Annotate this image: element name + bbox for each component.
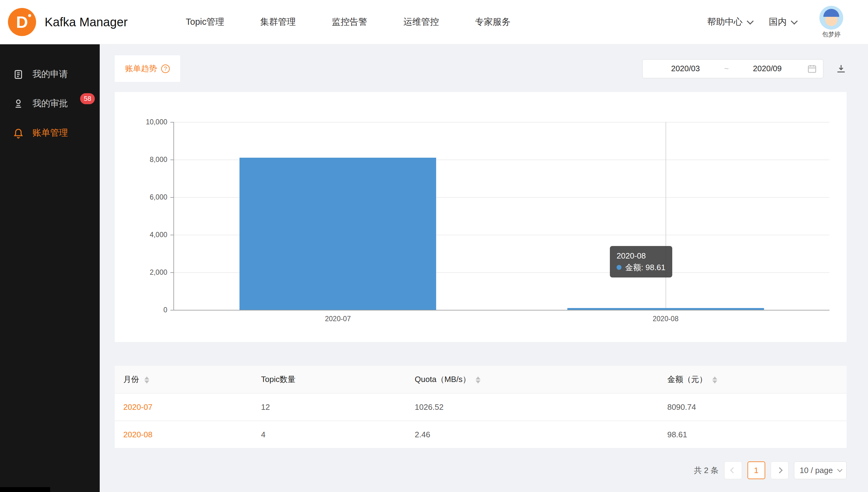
nav-ops-control[interactable]: 运维管控 [403, 16, 439, 28]
page-1-button[interactable]: 1 [748, 462, 765, 479]
bill-trend-chart-card: 10,000 8,000 6,000 4,000 2,000 0 2020-08… [115, 92, 847, 342]
chevron-right-icon [777, 467, 783, 473]
user-avatar [819, 6, 843, 30]
app-logo[interactable]: D [8, 8, 36, 36]
nav-topic-management[interactable]: Topic管理 [186, 16, 224, 28]
x-axis-label: 2020-07 [325, 315, 351, 323]
header-right: 帮助中心 国内 包梦婷 [707, 6, 850, 39]
amount-cell: 8090.74 [667, 393, 847, 421]
column-header-topic-count: Topic数量 [261, 366, 415, 393]
date-start-input[interactable]: 2020/03 [649, 64, 722, 73]
topic-count-cell: 4 [261, 421, 415, 448]
tooltip-value: 金额: 98.61 [625, 262, 665, 273]
x-axis-label: 2020-08 [653, 315, 678, 323]
sidebar-item-my-applications[interactable]: 我的申请 [0, 59, 100, 89]
stamp-icon [13, 98, 24, 109]
sort-icon[interactable] [476, 376, 480, 384]
date-range-picker[interactable]: 2020/03 ~ 2020/09 [642, 59, 823, 78]
date-separator: ~ [722, 64, 730, 73]
region-label: 国内 [769, 16, 787, 28]
amount-cell: 98.61 [667, 421, 847, 448]
region-menu[interactable]: 国内 [769, 16, 796, 28]
bar-chart-plot: 10,000 8,000 6,000 4,000 2,000 0 2020-08… [173, 122, 829, 311]
chevron-left-icon [730, 467, 736, 473]
help-question-icon[interactable]: ? [161, 65, 170, 73]
column-header-quota[interactable]: Quota（MB/s） [415, 366, 667, 393]
y-axis-label: 10,000 [146, 118, 167, 126]
total-count: 共 2 条 [694, 465, 719, 476]
chart-tooltip: 2020-08 金额: 98.61 [610, 246, 672, 277]
month-link[interactable]: 2020-08 [123, 430, 152, 439]
top-header: D Kafka Manager Topic管理 集群管理 监控告警 运维管控 专… [0, 0, 868, 44]
app-title: Kafka Manager [45, 15, 127, 29]
chevron-down-icon [747, 18, 754, 25]
table-row: 2020-08 4 2.46 98.61 [115, 421, 847, 448]
calendar-icon [807, 64, 817, 74]
tooltip-crosshair-line [665, 122, 666, 310]
page-size-value: 10 / page [800, 466, 833, 475]
main-content: 账单趋势 ? 2020/03 ~ 2020/09 [100, 44, 868, 492]
y-axis-label: 0 [163, 306, 167, 314]
tab-bill-trend[interactable]: 账单趋势 ? [115, 55, 180, 82]
prev-page-button[interactable] [724, 462, 742, 479]
bar-2020-08[interactable] [567, 308, 764, 310]
page-size-select[interactable]: 10 / page [794, 462, 847, 479]
sidebar-item-label: 我的审批 [32, 97, 68, 110]
y-axis-label: 2,000 [149, 268, 167, 276]
toolbar: 账单趋势 ? 2020/03 ~ 2020/09 [115, 55, 847, 82]
bill-table-card: 月份 Topic数量 Quota（MB/s） 金额（元） [115, 366, 847, 449]
y-tick [170, 310, 174, 311]
sort-icon[interactable] [144, 376, 149, 384]
y-tick [170, 197, 174, 198]
download-icon [836, 63, 847, 74]
table-header-row: 月份 Topic数量 Quota（MB/s） 金额（元） [115, 366, 847, 393]
y-tick [170, 235, 174, 235]
y-axis-label: 8,000 [149, 155, 167, 164]
column-header-amount[interactable]: 金额（元） [667, 366, 847, 393]
table-row: 2020-07 12 1026.52 8090.74 [115, 393, 847, 421]
username: 包梦婷 [822, 30, 841, 39]
help-center-menu[interactable]: 帮助中心 [707, 16, 752, 28]
avatar-hair [823, 9, 839, 17]
y-axis-label: 4,000 [149, 231, 167, 239]
topic-count-cell: 12 [261, 393, 415, 421]
gridline [174, 122, 829, 123]
quota-cell: 2.46 [415, 421, 667, 448]
logo-letter: D [16, 13, 28, 31]
main-nav: Topic管理 集群管理 监控告警 运维管控 专家服务 [186, 16, 511, 28]
tab-label: 账单趋势 [125, 63, 157, 74]
nav-expert-service[interactable]: 专家服务 [475, 16, 511, 28]
sidebar-item-my-approvals[interactable]: 我的审批 58 [0, 89, 100, 118]
column-header-month[interactable]: 月份 [115, 366, 261, 393]
sidebar-bottom-bar[interactable] [0, 487, 50, 492]
clipboard-icon [13, 69, 24, 80]
tooltip-series-dot [616, 265, 621, 270]
bell-icon [13, 127, 24, 139]
chevron-down-icon [791, 18, 798, 25]
sort-icon[interactable] [712, 376, 717, 384]
tooltip-title: 2020-08 [616, 250, 665, 262]
y-axis-label: 6,000 [149, 193, 167, 201]
quota-cell: 1026.52 [415, 393, 667, 421]
month-link[interactable]: 2020-07 [123, 402, 152, 412]
nav-monitoring-alerts[interactable]: 监控告警 [332, 16, 367, 28]
bill-table: 月份 Topic数量 Quota（MB/s） 金额（元） [115, 366, 847, 449]
toolbar-right: 2020/03 ~ 2020/09 [642, 59, 847, 78]
sidebar-item-bill-management[interactable]: 账单管理 [0, 118, 100, 148]
help-center-label: 帮助中心 [707, 16, 743, 28]
bar-2020-07[interactable] [239, 158, 436, 310]
approvals-count-badge: 58 [80, 93, 95, 104]
sidebar-item-label: 账单管理 [32, 127, 68, 139]
next-page-button[interactable] [771, 462, 789, 479]
date-end-input[interactable]: 2020/09 [731, 64, 804, 73]
chevron-down-icon [837, 467, 842, 472]
user-menu[interactable]: 包梦婷 [813, 6, 850, 39]
download-button[interactable] [836, 63, 847, 74]
nav-cluster-management[interactable]: 集群管理 [260, 16, 296, 28]
pagination: 共 2 条 1 10 / page [115, 462, 847, 479]
y-tick [170, 159, 174, 160]
y-tick [170, 122, 174, 123]
y-tick [170, 272, 174, 273]
sidebar: 我的申请 我的审批 58 账单管理 [0, 44, 100, 492]
sidebar-item-label: 我的申请 [32, 68, 68, 80]
